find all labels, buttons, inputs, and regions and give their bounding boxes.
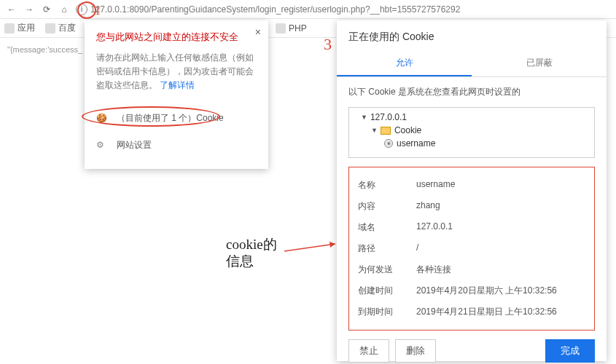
annotation-arrow [284, 240, 343, 262]
detail-key: 为何发送 [358, 264, 416, 276]
favicon [276, 23, 286, 33]
folder-icon [381, 127, 391, 135]
annotation-label-1: 1 [95, 4, 101, 17]
forward-button[interactable]: → [22, 2, 36, 17]
detail-key: 域名 [358, 221, 416, 234]
site-settings-label: 网站设置 [117, 139, 152, 151]
detail-value: 2019年4月20日星期六 上午10:32:56 [416, 285, 557, 297]
learn-more-link[interactable]: 了解详情 [160, 80, 195, 90]
tree-item-label: username [397, 138, 435, 149]
svg-marker-1 [330, 242, 335, 248]
chevron-down-icon: ▼ [371, 127, 378, 134]
detail-row: 为何发送各种连接 [358, 259, 585, 280]
detail-value: zhang [416, 200, 440, 213]
home-button[interactable]: ⌂ [57, 2, 71, 17]
tabs: 允许 已屏蔽 [337, 51, 607, 77]
cookies-row[interactable]: 🍪 （目前使用了 1 个）Cookie [96, 105, 257, 132]
bookmark-baidu[interactable]: 百度 [45, 22, 76, 34]
cookie-tree: ▼127.0.0.1 ▼Cookie ✳username [348, 107, 595, 158]
address-bar[interactable]: 127.0.0.1:8090/ParentingGuidanceSystem/l… [90, 4, 612, 15]
svg-line-0 [284, 244, 335, 251]
delete-button[interactable]: 删除 [395, 339, 436, 363]
reload-button[interactable]: ⟳ [39, 2, 54, 17]
bookmark-php[interactable]: PHP [276, 23, 307, 33]
detail-row: 名称username [358, 175, 585, 196]
tree-folder[interactable]: ▼Cookie [361, 124, 582, 137]
cookies-panel: 正在使用的 Cookie 允许 已屏蔽 以下 Cookie 是系统在您查看此网页… [337, 20, 607, 361]
detail-key: 名称 [358, 179, 416, 191]
browser-toolbar: ← → ⟳ ⌂ i 127.0.0.1:8090/ParentingGuidan… [0, 0, 616, 19]
bookmark-label: 百度 [58, 22, 76, 34]
detail-value: 各种连接 [416, 264, 451, 276]
tree-host[interactable]: ▼127.0.0.1 [361, 111, 582, 124]
detail-row: 创建时间2019年4月20日星期六 上午10:32:56 [358, 280, 585, 301]
security-warning-title: 您与此网站之间建立的连接不安全 [96, 31, 257, 44]
detail-key: 内容 [358, 200, 416, 213]
panel-note: 以下 Cookie 是系统在您查看此网页时设置的 [337, 77, 607, 107]
detail-row: 域名127.0.0.1 [358, 217, 585, 238]
detail-value: username [416, 179, 455, 191]
chevron-down-icon: ▼ [361, 114, 367, 121]
site-info-popup: × 您与此网站之间建立的连接不安全 请勿在此网站上输入任何敏感信息（例如密码或信… [85, 20, 268, 169]
tree-folder-label: Cookie [394, 125, 421, 135]
done-button[interactable]: 完成 [545, 339, 595, 363]
cookies-label: （目前使用了 1 个）Cookie [117, 112, 224, 124]
annotation-cookie-info: cookie的 信息 [226, 237, 277, 270]
favicon [45, 23, 55, 33]
apps-label: 应用 [17, 22, 35, 34]
detail-row: 路径/ [358, 238, 585, 259]
site-info-icon[interactable]: i [76, 4, 87, 15]
site-settings-row[interactable]: ⚙ 网站设置 [96, 132, 257, 159]
tree-cookie-item[interactable]: ✳username [361, 137, 582, 150]
detail-value: / [416, 242, 418, 255]
detail-row: 到期时间2019年4月21日星期日 上午10:32:56 [358, 301, 585, 323]
gear-icon: ⚙ [96, 140, 108, 150]
detail-row: 内容zhang [358, 196, 585, 217]
cookie-icon: 🍪 [96, 113, 108, 123]
detail-value: 127.0.0.1 [416, 221, 453, 234]
block-button[interactable]: 禁止 [348, 339, 389, 363]
detail-key: 创建时间 [358, 285, 416, 297]
apps-shortcut[interactable]: 应用 [4, 22, 35, 34]
detail-key: 路径 [358, 242, 416, 255]
tab-allow[interactable]: 允许 [337, 51, 472, 76]
detail-value: 2019年4月21日星期日 上午10:32:56 [416, 306, 557, 318]
cookie-details: 名称username内容zhang域名127.0.0.1路径/为何发送各种连接创… [348, 167, 595, 331]
apps-icon [4, 23, 15, 33]
cookie-icon: ✳ [384, 139, 393, 148]
detail-key: 到期时间 [358, 306, 416, 318]
tree-host-label: 127.0.0.1 [370, 112, 407, 122]
panel-title: 正在使用的 Cookie [337, 20, 607, 51]
bookmark-label: PHP [289, 23, 307, 33]
back-button[interactable]: ← [4, 2, 19, 17]
panel-footer: 禁止 删除 完成 [337, 331, 607, 364]
annotation-label-3: 3 [324, 35, 332, 54]
tab-block[interactable]: 已屏蔽 [472, 51, 607, 76]
close-icon[interactable]: × [255, 26, 261, 38]
security-warning-desc: 请勿在此网站上输入任何敏感信息（例如密码或信用卡信息），因为攻击者可能会盗取这些… [96, 51, 257, 93]
